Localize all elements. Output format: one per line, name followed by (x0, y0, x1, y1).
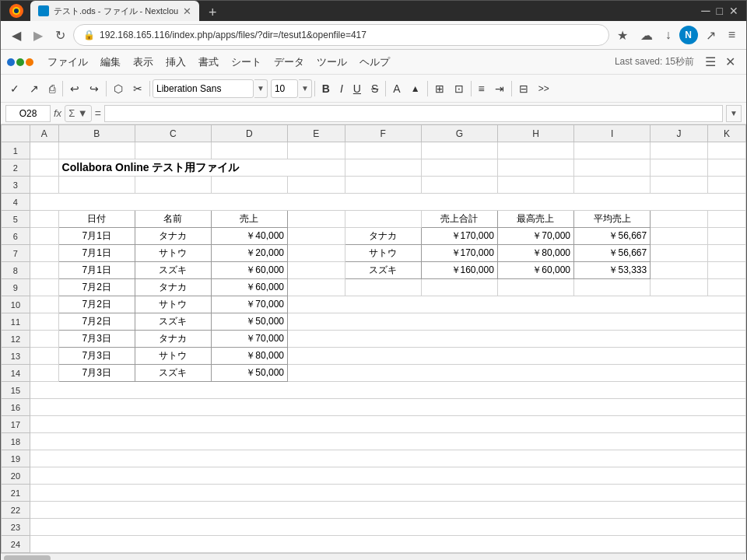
cell-g7[interactable]: ￥170,000 (421, 245, 497, 262)
cell-e6[interactable] (288, 228, 345, 245)
col-header-e[interactable]: E (288, 125, 345, 142)
cell-c5[interactable]: 名前 (135, 211, 211, 228)
col-header-b[interactable]: B (58, 125, 135, 142)
cut-button[interactable]: ✂ (128, 79, 147, 98)
cell-b7[interactable]: 7月1日 (58, 245, 135, 262)
cell-i2[interactable] (574, 159, 651, 177)
formula-input[interactable] (104, 105, 723, 122)
paint-format-button[interactable]: ⬡ (109, 79, 128, 98)
cell-h2[interactable] (497, 159, 573, 177)
cell-b1[interactable] (58, 142, 135, 159)
forward-button[interactable]: ▶ (29, 26, 47, 44)
cell-k2[interactable] (707, 159, 745, 177)
cell-k8[interactable] (707, 262, 745, 279)
cell-d5[interactable]: 売上 (211, 211, 287, 228)
merge-button[interactable]: ⊡ (450, 79, 468, 98)
cell-c10[interactable]: サトウ (135, 296, 211, 313)
cell-a11[interactable] (30, 313, 58, 331)
cell-b12[interactable]: 7月3日 (58, 331, 135, 348)
cell-b11[interactable]: 7月2日 (58, 313, 135, 331)
bold-button[interactable]: B (317, 79, 335, 98)
horizontal-scrollbar[interactable] (1, 553, 746, 560)
back-button[interactable]: ◀ (7, 26, 26, 44)
cell-a3[interactable] (30, 177, 58, 194)
reload-button[interactable]: ↻ (51, 26, 70, 44)
cell-f7[interactable]: サトウ (345, 245, 421, 262)
cell-a5[interactable] (30, 211, 58, 228)
cell-g3[interactable] (421, 177, 497, 194)
tab-close-icon[interactable]: ✕ (183, 5, 191, 17)
cell-c14[interactable]: スズキ (135, 365, 211, 382)
table-border-button[interactable]: ⊟ (514, 79, 533, 98)
redo-button[interactable]: ↪ (85, 79, 103, 98)
cell-i3[interactable] (574, 177, 651, 194)
cell-b5[interactable]: 日付 (58, 211, 135, 228)
cell-e7[interactable] (288, 245, 345, 262)
font-name-dropdown[interactable]: ▼ (254, 79, 268, 98)
download-button[interactable]: ↓ (661, 26, 676, 44)
cell-b6[interactable]: 7月1日 (58, 228, 135, 245)
cell-h9[interactable] (497, 279, 573, 296)
cell-d14[interactable]: ￥50,000 (211, 365, 287, 382)
menu-item-help[interactable]: ヘルプ (353, 52, 396, 72)
col-header-c[interactable]: C (135, 125, 211, 142)
cell-c11[interactable]: スズキ (135, 313, 211, 331)
font-size-dropdown[interactable]: ▼ (299, 79, 312, 98)
cell-a14[interactable] (30, 365, 58, 382)
italic-button[interactable]: I (335, 79, 348, 98)
highlight-button[interactable]: ▲ (406, 80, 425, 97)
font-color-button[interactable]: A (388, 79, 405, 98)
cell-j9[interactable] (651, 279, 708, 296)
col-header-f[interactable]: F (345, 125, 421, 142)
border-button[interactable]: ⊞ (430, 79, 449, 98)
cell-c6[interactable]: タナカ (135, 228, 211, 245)
wrap-button[interactable]: ⇥ (490, 79, 509, 98)
fx-button[interactable]: fx (54, 107, 61, 119)
menu-item-tools[interactable]: ツール (310, 52, 353, 72)
cell-g2[interactable] (421, 159, 497, 177)
sigma-button[interactable]: Σ ▼ (65, 105, 92, 122)
cell-a13[interactable] (30, 348, 58, 365)
save-button[interactable]: ✓ (5, 79, 24, 98)
cell-d1[interactable] (211, 142, 287, 159)
cell-e8[interactable] (288, 262, 345, 279)
cell-b14[interactable]: 7月3日 (58, 365, 135, 382)
cell-d3[interactable] (211, 177, 287, 194)
cell-a6[interactable] (30, 228, 58, 245)
cell-b13[interactable]: 7月3日 (58, 348, 135, 365)
sync-button[interactable]: ☁ (636, 26, 658, 44)
cell-j2[interactable] (651, 159, 708, 177)
cell-f1[interactable] (345, 142, 421, 159)
cell-h5[interactable]: 最高売上 (497, 211, 573, 228)
cell-a2[interactable] (30, 159, 58, 177)
cell-e9[interactable] (288, 279, 345, 296)
more-button[interactable]: >> (534, 80, 554, 97)
cell-a7[interactable] (30, 245, 58, 262)
cell-h7[interactable]: ￥80,000 (497, 245, 573, 262)
cell-f3[interactable] (345, 177, 421, 194)
cell-d7[interactable]: ￥20,000 (211, 245, 287, 262)
cell-c13[interactable]: サトウ (135, 348, 211, 365)
window-maximize[interactable]: □ (717, 5, 723, 17)
cell-k3[interactable] (707, 177, 745, 194)
cell-i7[interactable]: ￥56,667 (574, 245, 651, 262)
cell-d13[interactable]: ￥80,000 (211, 348, 287, 365)
col-header-j[interactable]: J (651, 125, 708, 142)
cell-d8[interactable]: ￥60,000 (211, 262, 287, 279)
menu-item-data[interactable]: データ (268, 52, 310, 72)
cell-a10[interactable] (30, 296, 58, 313)
font-size-input[interactable] (271, 79, 298, 98)
cell-d6[interactable]: ￥40,000 (211, 228, 287, 245)
menu-item-sheet[interactable]: シート (225, 52, 268, 72)
underline-button[interactable]: U (349, 79, 366, 98)
cell-c8[interactable]: スズキ (135, 262, 211, 279)
cell-k6[interactable] (707, 228, 745, 245)
cell-k7[interactable] (707, 245, 745, 262)
cell-e5[interactable] (288, 211, 345, 228)
formula-dropdown[interactable]: ▼ (726, 105, 742, 122)
cell-c3[interactable] (135, 177, 211, 194)
cell-j8[interactable] (651, 262, 708, 279)
cell-reference[interactable] (5, 105, 51, 122)
menu-item-insert[interactable]: 挿入 (160, 52, 192, 72)
cell-g6[interactable]: ￥170,000 (421, 228, 497, 245)
